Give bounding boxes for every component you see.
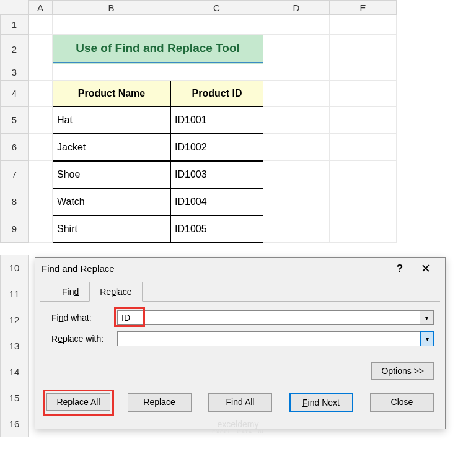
dialog-titlebar[interactable]: Find and Replace ? ✕ (35, 258, 445, 279)
help-icon[interactable]: ? (387, 263, 413, 275)
row-header-9[interactable]: 9 (0, 215, 29, 243)
cell-e8[interactable] (330, 188, 397, 215)
find-what-row: Find what: ▾ (51, 310, 434, 325)
table-row[interactable]: Watch (53, 188, 170, 215)
replace-all-button[interactable]: Replace All (46, 393, 110, 411)
cell-e4[interactable] (330, 81, 397, 107)
options-row: Options >> (35, 359, 445, 387)
find-next-button[interactable]: Find Next (289, 393, 353, 412)
cell-e1[interactable] (330, 15, 397, 35)
cell-a9[interactable] (29, 215, 53, 243)
table-row[interactable]: ID1001 (170, 107, 263, 134)
tab-replace[interactable]: Replace (89, 282, 142, 302)
watermark-sub: EXCEL · DATA · BI (212, 429, 264, 435)
table-header-name[interactable]: Product Name (53, 81, 170, 107)
col-header-a[interactable]: A (29, 0, 53, 15)
replace-with-dropdown[interactable]: ▾ (420, 331, 434, 346)
row-header-8[interactable]: 8 (0, 188, 29, 215)
dialog-form: Find what: ▾ Replace with: ▾ (35, 302, 445, 359)
cell-d4[interactable] (263, 81, 330, 107)
cell-a8[interactable] (29, 188, 53, 215)
cell-d3[interactable] (263, 64, 330, 81)
replace-button[interactable]: Replace (128, 393, 192, 412)
col-header-b[interactable]: B (53, 0, 170, 15)
dialog-title: Find and Replace (42, 263, 387, 274)
cell-e3[interactable] (330, 64, 397, 81)
dialog-tabs: Find Replace (40, 282, 440, 302)
cell-a7[interactable] (29, 161, 53, 188)
cell-d9[interactable] (263, 215, 330, 243)
cell-c3[interactable] (170, 64, 263, 81)
options-button[interactable]: Options >> (371, 362, 434, 380)
cell-e5[interactable] (330, 107, 397, 134)
row-header-2[interactable]: 2 (0, 35, 29, 64)
cell-e9[interactable] (330, 215, 397, 243)
cell-b1[interactable] (53, 15, 170, 35)
cell-a3[interactable] (29, 64, 53, 81)
find-what-input[interactable] (117, 310, 420, 325)
row-header-1[interactable]: 1 (0, 15, 29, 35)
table-row[interactable]: ID1004 (170, 188, 263, 215)
cell-a4[interactable] (29, 81, 53, 107)
cell-a1[interactable] (29, 15, 53, 35)
row-headers-extra: 10 11 12 13 14 15 16 (0, 255, 29, 437)
cell-e6[interactable] (330, 134, 397, 161)
tab-find[interactable]: Find (51, 282, 89, 301)
replace-with-row: Replace with: ▾ (51, 331, 434, 346)
row-header-11[interactable]: 11 (0, 281, 29, 307)
spreadsheet-grid: A B C D E 1 2 Use of Find and Replace To… (0, 0, 476, 243)
find-what-dropdown[interactable]: ▾ (420, 310, 434, 325)
table-row[interactable]: ID1005 (170, 215, 263, 243)
row-header-10[interactable]: 10 (0, 255, 29, 281)
row-header-15[interactable]: 15 (0, 385, 29, 411)
cell-b3[interactable] (53, 64, 170, 81)
cell-d5[interactable] (263, 107, 330, 134)
cell-e2[interactable] (330, 35, 397, 64)
find-replace-dialog: Find and Replace ? ✕ Find Replace Find w… (35, 257, 446, 429)
chevron-down-icon: ▾ (425, 315, 428, 321)
row-header-12[interactable]: 12 (0, 307, 29, 333)
table-row[interactable]: Shoe (53, 161, 170, 188)
cell-d1[interactable] (263, 15, 330, 35)
row-header-4[interactable]: 4 (0, 81, 29, 107)
cell-d2[interactable] (263, 35, 330, 64)
chevron-down-icon: ▾ (426, 336, 429, 342)
close-icon[interactable]: ✕ (413, 261, 439, 276)
close-button[interactable]: Close (370, 393, 434, 412)
cell-d6[interactable] (263, 134, 330, 161)
find-what-label: Find what: (51, 313, 117, 323)
cell-d8[interactable] (263, 188, 330, 215)
row-header-3[interactable]: 3 (0, 64, 29, 81)
find-all-button[interactable]: Find All (208, 393, 272, 412)
cell-e7[interactable] (330, 161, 397, 188)
row-header-16[interactable]: 16 (0, 411, 29, 437)
cell-c1[interactable] (170, 15, 263, 35)
cell-a2[interactable] (29, 35, 53, 64)
row-header-14[interactable]: 14 (0, 359, 29, 385)
title-cell[interactable]: Use of Find and Replace Tool (53, 35, 263, 64)
dialog-button-row: Replace All Replace Find All Find Next C… (35, 387, 445, 418)
table-row[interactable]: Jacket (53, 134, 170, 161)
table-row[interactable]: ID1002 (170, 134, 263, 161)
row-header-7[interactable]: 7 (0, 161, 29, 188)
replace-with-label: Replace with: (51, 334, 117, 344)
select-all-corner[interactable] (0, 0, 29, 15)
cell-a6[interactable] (29, 134, 53, 161)
col-header-e[interactable]: E (330, 0, 397, 15)
cell-d7[interactable] (263, 161, 330, 188)
table-row[interactable]: ID1003 (170, 161, 263, 188)
table-header-id[interactable]: Product ID (170, 81, 263, 107)
table-row[interactable]: Hat (53, 107, 170, 134)
col-header-d[interactable]: D (263, 0, 330, 15)
row-header-13[interactable]: 13 (0, 333, 29, 359)
row-header-6[interactable]: 6 (0, 134, 29, 161)
table-row[interactable]: Shirt (53, 215, 170, 243)
replace-with-input[interactable] (117, 331, 420, 346)
cell-a5[interactable] (29, 107, 53, 134)
col-header-c[interactable]: C (170, 0, 263, 15)
row-header-5[interactable]: 5 (0, 107, 29, 134)
